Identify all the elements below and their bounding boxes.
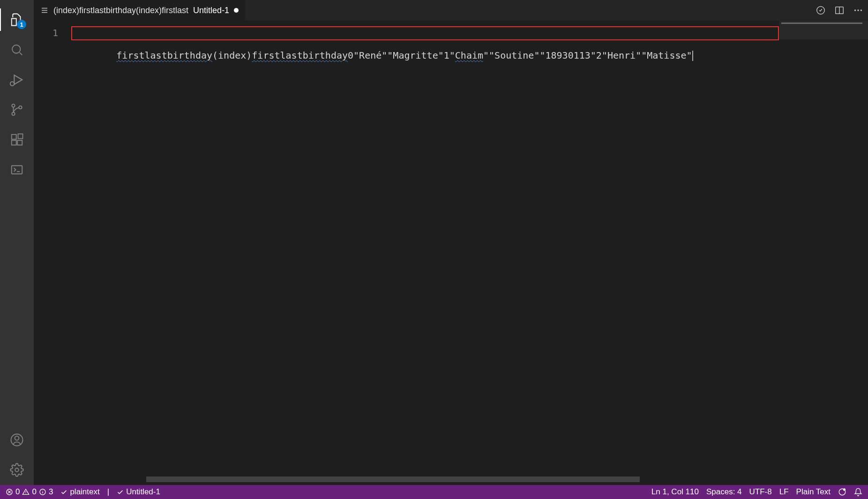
indentation[interactable]: Spaces: 4 bbox=[706, 487, 742, 497]
svg-point-3 bbox=[12, 104, 15, 107]
source-control-icon[interactable] bbox=[6, 98, 28, 121]
separator: | bbox=[107, 487, 109, 497]
svg-point-20 bbox=[854, 9, 856, 11]
status-bar: 0 0 3 plaintext | Untitled-1 Ln 1, Col 1… bbox=[0, 485, 868, 499]
compare-changes-icon[interactable] bbox=[816, 5, 826, 15]
accounts-icon[interactable] bbox=[6, 429, 28, 451]
code-line: firstlastbirthday(index)firstlastbirthda… bbox=[116, 50, 693, 61]
cursor-position[interactable]: Ln 1, Col 110 bbox=[651, 487, 699, 497]
run-debug-icon[interactable] bbox=[6, 68, 28, 91]
svg-point-0 bbox=[12, 45, 21, 53]
horizontal-scrollbar[interactable] bbox=[146, 476, 779, 482]
svg-rect-7 bbox=[12, 140, 16, 145]
tab-bar: (index)firstlastbirthday(index)firstlast… bbox=[34, 0, 868, 21]
svg-point-5 bbox=[19, 106, 22, 109]
svg-point-21 bbox=[857, 9, 859, 11]
list-icon bbox=[40, 6, 49, 15]
svg-point-22 bbox=[861, 9, 862, 11]
svg-rect-10 bbox=[12, 166, 22, 174]
more-actions-icon[interactable] bbox=[853, 5, 863, 15]
svg-marker-1 bbox=[14, 75, 22, 84]
notifications-icon[interactable] bbox=[854, 488, 862, 496]
tab-breadcrumb: (index)firstlastbirthday(index)firstlast bbox=[53, 6, 188, 15]
terminal-panel-icon[interactable] bbox=[6, 159, 28, 181]
svg-rect-6 bbox=[12, 135, 16, 139]
editor-pane: (index)firstlastbirthday(index)firstlast… bbox=[34, 0, 868, 485]
check-untitled[interactable]: Untitled-1 bbox=[117, 487, 160, 497]
tab-filename: Untitled-1 bbox=[193, 6, 229, 15]
svg-point-13 bbox=[15, 468, 19, 472]
eol[interactable]: LF bbox=[779, 487, 789, 497]
editor-tab[interactable]: (index)firstlastbirthday(index)firstlast… bbox=[34, 0, 245, 21]
svg-point-32 bbox=[844, 489, 846, 491]
editor-body[interactable]: 1 firstlastbirthday(index)firstlastbirth… bbox=[34, 21, 868, 485]
extensions-icon[interactable] bbox=[6, 129, 28, 151]
svg-point-2 bbox=[10, 82, 14, 86]
activity-bar: 1 bbox=[0, 0, 34, 485]
split-editor-icon[interactable] bbox=[834, 5, 845, 15]
unsaved-dot-icon bbox=[234, 8, 239, 13]
selection-highlight bbox=[71, 26, 779, 40]
feedback-icon[interactable] bbox=[838, 488, 846, 496]
search-icon[interactable] bbox=[6, 38, 28, 61]
check-plaintext[interactable]: plaintext bbox=[60, 487, 99, 497]
explorer-icon[interactable]: 1 bbox=[6, 8, 28, 31]
settings-gear-icon[interactable] bbox=[6, 459, 28, 481]
code-area[interactable]: firstlastbirthday(index)firstlastbirthda… bbox=[71, 21, 779, 485]
minimap-content bbox=[781, 23, 862, 24]
language-mode[interactable]: Plain Text bbox=[796, 487, 831, 497]
encoding[interactable]: UTF-8 bbox=[749, 487, 772, 497]
scrollbar-thumb[interactable] bbox=[146, 476, 640, 482]
svg-point-12 bbox=[15, 436, 19, 440]
problems-status[interactable]: 0 0 3 bbox=[6, 487, 53, 497]
text-cursor bbox=[692, 51, 693, 61]
line-gutter: 1 bbox=[34, 21, 71, 485]
tab-actions bbox=[816, 5, 863, 15]
svg-rect-8 bbox=[17, 140, 22, 145]
svg-rect-9 bbox=[18, 134, 23, 139]
explorer-badge: 1 bbox=[17, 20, 26, 29]
svg-point-4 bbox=[12, 113, 15, 115]
line-number: 1 bbox=[34, 27, 58, 38]
minimap[interactable] bbox=[779, 21, 868, 485]
